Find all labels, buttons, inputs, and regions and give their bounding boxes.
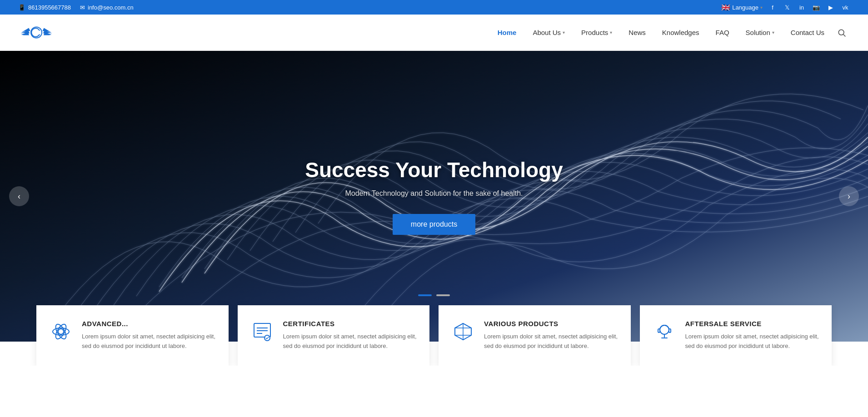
nav-knowledges[interactable]: Knowledges xyxy=(655,25,707,40)
nav-contact[interactable]: Contact Us xyxy=(783,25,832,40)
nav-home[interactable]: Home xyxy=(490,25,524,40)
hero-prev-button[interactable]: ‹ xyxy=(9,186,29,206)
certificates-desc: Lorem ipsum dolor sit amet, nsectet adip… xyxy=(283,332,417,351)
hero-dot-1[interactable] xyxy=(418,294,432,296)
hero-next-button[interactable]: › xyxy=(839,186,859,206)
advanced-desc: Lorem ipsum dolor sit amet, nsectet adip… xyxy=(82,332,216,351)
topbar-right: 🇬🇧 Language ▾ f 𝕏 in 📷 ▶ vk xyxy=(721,3,850,12)
search-button[interactable] xyxy=(833,25,850,41)
twitter-icon[interactable]: 𝕏 xyxy=(783,3,792,12)
advanced-icon xyxy=(49,320,73,343)
chevron-right-icon: › xyxy=(848,192,850,201)
features-section: ADVANCED... Lorem ipsum dolor sit amet, … xyxy=(0,305,868,366)
svg-line-2 xyxy=(843,34,846,36)
topbar-email: ✉ info@seo.com.cn xyxy=(80,4,134,11)
about-chevron-icon: ▾ xyxy=(563,30,565,35)
topbar-left: 📱 8613955667788 ✉ info@seo.com.cn xyxy=(18,4,134,11)
instagram-icon[interactable]: 📷 xyxy=(812,3,821,12)
feature-certificates: CERTIFICATES Lorem ipsum dolor sit amet,… xyxy=(238,305,430,366)
flag-icon: 🇬🇧 xyxy=(721,3,730,12)
language-label: Language xyxy=(732,4,758,11)
phone-icon: 📱 xyxy=(18,4,25,11)
certificates-title: CERTIFICATES xyxy=(283,320,417,328)
email-icon: ✉ xyxy=(80,4,85,11)
hero-cta-button[interactable]: more products xyxy=(393,214,475,235)
youtube-icon[interactable]: ▶ xyxy=(826,3,835,12)
svg-point-4 xyxy=(58,329,64,334)
feature-advanced: ADVANCED... Lorem ipsum dolor sit amet, … xyxy=(36,305,229,366)
various-products-title: VARIOUS PRODUCTS xyxy=(484,320,618,328)
feature-aftersale: AFTERSALE SERVICE Lorem ipsum dolor sit … xyxy=(640,305,832,366)
svg-point-1 xyxy=(838,30,844,35)
language-selector[interactable]: 🇬🇧 Language ▾ xyxy=(721,3,763,12)
nav-about[interactable]: About Us ▾ xyxy=(525,25,572,40)
vk-icon[interactable]: vk xyxy=(841,3,850,12)
feature-various-products: VARIOUS PRODUCTS Lorem ipsum dolor sit a… xyxy=(439,305,631,366)
aftersale-desc: Lorem ipsum dolor sit amet, nsectet adip… xyxy=(685,332,819,351)
hero-dot-2[interactable] xyxy=(436,294,450,296)
facebook-icon[interactable]: f xyxy=(768,3,777,12)
topbar-phone: 📱 8613955667788 xyxy=(18,4,71,11)
chevron-down-icon: ▾ xyxy=(760,5,763,10)
hero-section: Success Your Technology Modern Technolog… xyxy=(0,51,868,342)
header: Home About Us ▾ Products ▾ News Knowledg… xyxy=(0,15,868,51)
advanced-text: ADVANCED... Lorem ipsum dolor sit amet, … xyxy=(82,320,216,351)
svg-rect-14 xyxy=(658,329,660,333)
nav-products[interactable]: Products ▾ xyxy=(574,25,619,40)
nav-news[interactable]: News xyxy=(621,25,653,40)
various-products-icon xyxy=(451,320,475,343)
certificates-text: CERTIFICATES Lorem ipsum dolor sit amet,… xyxy=(283,320,417,351)
linkedin-icon[interactable]: in xyxy=(797,3,806,12)
certificates-icon xyxy=(250,320,274,343)
phone-number: 8613955667788 xyxy=(28,4,71,11)
various-products-text: VARIOUS PRODUCTS Lorem ipsum dolor sit a… xyxy=(484,320,618,351)
logo-svg xyxy=(18,20,55,45)
nav-faq[interactable]: FAQ xyxy=(708,25,737,40)
hero-dots xyxy=(418,294,450,296)
svg-rect-15 xyxy=(669,329,671,333)
aftersale-title: AFTERSALE SERVICE xyxy=(685,320,819,328)
solution-chevron-icon: ▾ xyxy=(772,30,774,35)
hero-subtitle: Modern Technology and Solution for the s… xyxy=(305,189,563,198)
email-address: info@seo.com.cn xyxy=(88,4,134,11)
search-icon xyxy=(837,28,846,37)
aftersale-text: AFTERSALE SERVICE Lorem ipsum dolor sit … xyxy=(685,320,819,351)
various-products-desc: Lorem ipsum dolor sit amet, nsectet adip… xyxy=(484,332,618,351)
logo[interactable] xyxy=(18,20,55,45)
topbar: 📱 8613955667788 ✉ info@seo.com.cn 🇬🇧 Lan… xyxy=(0,0,868,15)
chevron-left-icon: ‹ xyxy=(18,192,20,201)
nav-solution[interactable]: Solution ▾ xyxy=(738,25,782,40)
main-nav: Home About Us ▾ Products ▾ News Knowledg… xyxy=(490,25,850,41)
products-chevron-icon: ▾ xyxy=(610,30,612,35)
hero-title: Success Your Technology xyxy=(305,158,563,182)
advanced-title: ADVANCED... xyxy=(82,320,216,328)
aftersale-icon xyxy=(653,320,676,343)
hero-content: Success Your Technology Modern Technolog… xyxy=(305,158,563,235)
